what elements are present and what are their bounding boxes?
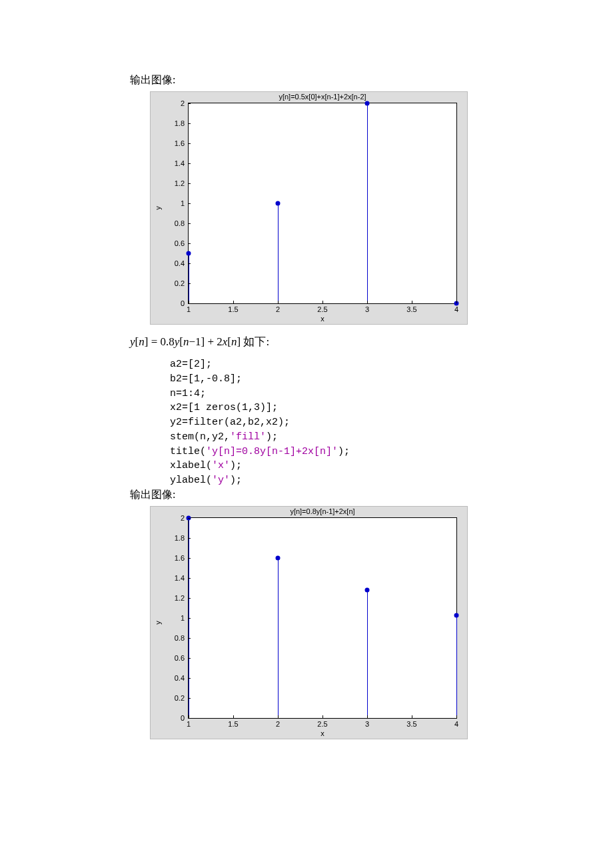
code-line: ylabel( bbox=[170, 475, 212, 486]
xtick-label: 1 bbox=[187, 305, 191, 313]
ytick-label: 0 bbox=[165, 714, 185, 722]
ytick-label: 0.6 bbox=[165, 239, 185, 247]
ytick-label: 1.4 bbox=[165, 574, 185, 582]
xtick-label: 3 bbox=[365, 305, 369, 313]
ytick-label: 0.6 bbox=[165, 654, 185, 662]
code-line: xlabel( bbox=[170, 460, 212, 471]
stem-line bbox=[189, 253, 189, 303]
chart-1-ylabel: y bbox=[154, 206, 162, 210]
code-block: a2=[2]; b2=[1,-0.8]; n=1:4; x2=[1 zeros(… bbox=[170, 357, 546, 488]
output-caption-1: 输出图像: bbox=[130, 73, 546, 87]
chart-2: y[n]=0.8y[n-1]+2x[n] y x 00.20.40.60.811… bbox=[150, 506, 468, 739]
xtick-label: 2.5 bbox=[317, 720, 327, 728]
code-line: ); bbox=[338, 446, 350, 457]
code-line: n=1:4; bbox=[170, 388, 206, 399]
ytick-label: 1.8 bbox=[165, 119, 185, 127]
xtick-label: 2.5 bbox=[317, 305, 327, 313]
chart-2-title: y[n]=0.8y[n-1]+2x[n] bbox=[188, 507, 457, 515]
xtick-label: 4 bbox=[454, 720, 458, 728]
code-line: ); bbox=[266, 431, 278, 443]
stem-marker bbox=[276, 555, 281, 560]
chart-1-xlabel: x bbox=[188, 315, 457, 323]
chart-1-title: y[n]=0.5x[0]+x[n-1]+2x[n-2] bbox=[188, 93, 457, 101]
code-string: 'y[n]=0.8y[n-1]+2x[n]' bbox=[206, 446, 338, 457]
code-string: 'fill' bbox=[230, 431, 266, 443]
stem-marker bbox=[365, 587, 370, 592]
code-string: 'y' bbox=[212, 475, 230, 486]
ytick-label: 1 bbox=[165, 199, 185, 207]
xtick-label: 3 bbox=[365, 720, 369, 728]
ytick-label: 0.2 bbox=[165, 694, 185, 702]
chart-2-xlabel: x bbox=[188, 729, 457, 737]
ytick-label: 2 bbox=[165, 99, 185, 107]
xtick-label: 1.5 bbox=[228, 305, 238, 313]
ytick-label: 2 bbox=[165, 514, 185, 522]
ytick-label: 0.8 bbox=[165, 219, 185, 227]
ytick-label: 1.6 bbox=[165, 554, 185, 562]
ytick-label: 0 bbox=[165, 299, 185, 307]
ytick-label: 0.8 bbox=[165, 634, 185, 642]
ytick-label: 0.4 bbox=[165, 259, 185, 267]
stem-marker bbox=[365, 101, 370, 106]
equation-text: y[n] = 0.8y[n−1] + 2x[n] 如下: bbox=[130, 334, 546, 349]
ytick-label: 0.2 bbox=[165, 279, 185, 287]
ytick-label: 1.6 bbox=[165, 139, 185, 147]
code-line: title( bbox=[170, 446, 206, 457]
document-page: 输出图像: y[n]=0.5x[0]+x[n-1]+2x[n-2] y x 00… bbox=[0, 0, 613, 787]
xtick-label: 3.5 bbox=[406, 305, 416, 313]
xtick-label: 3.5 bbox=[406, 720, 416, 728]
stem-line bbox=[278, 203, 279, 303]
code-line: x2=[1 zeros(1,3)]; bbox=[170, 402, 278, 413]
ytick-label: 1 bbox=[165, 614, 185, 622]
code-string: 'x' bbox=[212, 460, 230, 471]
chart-2-plot bbox=[188, 517, 457, 719]
xtick-label: 2 bbox=[276, 305, 280, 313]
stem-line bbox=[367, 590, 368, 718]
ytick-label: 1.8 bbox=[165, 534, 185, 542]
chart-1: y[n]=0.5x[0]+x[n-1]+2x[n-2] y x 00.20.40… bbox=[150, 91, 468, 325]
ytick-label: 0.4 bbox=[165, 674, 185, 682]
stem-marker bbox=[276, 201, 281, 206]
code-line: stem(n,y2, bbox=[170, 431, 230, 443]
chart-2-ylabel: y bbox=[154, 621, 162, 625]
output-caption-2: 输出图像: bbox=[130, 488, 546, 502]
chart-1-plot bbox=[188, 103, 457, 304]
ytick-label: 1.4 bbox=[165, 159, 185, 167]
xtick-label: 2 bbox=[276, 720, 280, 728]
code-line: y2=filter(a2,b2,x2); bbox=[170, 417, 290, 428]
code-line: a2=[2]; bbox=[170, 359, 212, 370]
ytick-label: 1.2 bbox=[165, 594, 185, 602]
xtick-label: 1 bbox=[187, 720, 191, 728]
ytick-label: 1.2 bbox=[165, 179, 185, 187]
code-line: ); bbox=[230, 475, 242, 486]
stem-marker bbox=[454, 613, 459, 618]
stem-line bbox=[367, 103, 368, 303]
stem-line bbox=[278, 558, 279, 718]
stem-line bbox=[456, 615, 457, 718]
code-line: b2=[1,-0.8]; bbox=[170, 373, 242, 385]
xtick-label: 1.5 bbox=[228, 720, 238, 728]
xtick-label: 4 bbox=[454, 305, 458, 313]
stem-marker bbox=[187, 251, 191, 256]
code-line: ); bbox=[230, 460, 242, 471]
